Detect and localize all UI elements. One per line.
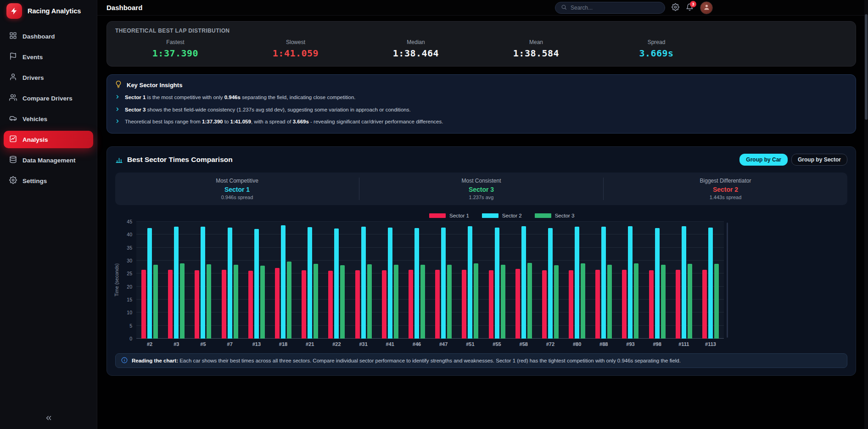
x-tick-label: #5 <box>190 341 216 347</box>
legend-item-sector-2[interactable]: Sector 2 <box>482 213 522 218</box>
x-tick-label: #3 <box>163 341 190 347</box>
highlight-most-consistent: Most ConsistentSector 31.237s avg <box>359 178 604 200</box>
bar-group-3 <box>163 222 190 339</box>
legend-item-sector-1[interactable]: Sector 1 <box>429 213 469 218</box>
x-tick-label: #51 <box>457 341 483 347</box>
sidebar-item-events[interactable]: Events <box>4 48 93 66</box>
insights-title-row: Key Sector Insights <box>115 81 848 89</box>
sidebar-item-compare-drivers[interactable]: Compare Drivers <box>4 89 93 107</box>
sidebar-item-dashboard[interactable]: Dashboard <box>4 28 93 45</box>
bar-sector-1-88 <box>595 270 600 339</box>
bar-sector-2-88 <box>601 227 606 339</box>
settings-button[interactable] <box>672 3 679 12</box>
y-axis-ticks: 051015202530354045 <box>120 222 134 339</box>
bar-sector-1-2 <box>141 270 146 339</box>
sidebar-item-settings[interactable]: Settings <box>4 172 93 189</box>
scrollbar-thumb[interactable] <box>865 14 868 120</box>
bar-group-47 <box>430 222 457 339</box>
bar-sector-3-72 <box>554 265 559 339</box>
bar-sector-1-47 <box>435 270 440 339</box>
stat-label: Median <box>356 39 476 45</box>
bar-sector-3-111 <box>688 264 692 339</box>
brand-name: Racing Analytics <box>28 7 81 15</box>
bar-sector-1-111 <box>676 270 680 339</box>
legend-item-sector-3[interactable]: Sector 3 <box>535 213 575 218</box>
x-tick-label: #21 <box>297 341 323 347</box>
lap-distribution-stats: Fastest1:37.390Slowest1:41.059Median1:38… <box>115 39 717 59</box>
legend-label: Sector 2 <box>502 213 522 218</box>
bar-chart-icon <box>115 156 123 164</box>
search-input[interactable] <box>571 5 659 11</box>
bar-sector-3-46 <box>420 265 425 339</box>
key-sector-insights-card: Key Sector Insights Sector 1 is the most… <box>106 74 856 134</box>
x-tick-label: #98 <box>644 341 671 347</box>
bar-sector-3-22 <box>340 265 345 339</box>
page-scrollbar[interactable] <box>864 0 868 429</box>
bar-sector-1-113 <box>702 270 707 339</box>
highlight-value: Sector 3 <box>359 186 603 193</box>
group-by-car-button[interactable]: Group by Car <box>739 154 788 166</box>
bar-sector-3-80 <box>581 263 585 339</box>
bar-sector-1-41 <box>382 270 386 339</box>
user-avatar[interactable] <box>700 1 713 14</box>
legend-label: Sector 3 <box>555 213 575 218</box>
x-tick-label: #13 <box>243 341 270 347</box>
insight-text: Sector 1 is the most competitive with on… <box>125 94 355 101</box>
bar-sector-3-47 <box>447 265 452 339</box>
insight-item: Sector 1 is the most competitive with on… <box>115 94 848 102</box>
bar-sector-2-93 <box>628 226 633 339</box>
sidebar-item-drivers[interactable]: Drivers <box>4 69 93 86</box>
bar-sector-3-41 <box>394 265 398 339</box>
gear-icon <box>672 3 679 12</box>
sidebar-item-data-management[interactable]: Data Management <box>4 151 93 169</box>
search-box[interactable] <box>555 2 665 14</box>
info-icon <box>121 357 128 364</box>
x-tick-label: #7 <box>217 341 243 347</box>
bar-sector-2-41 <box>388 228 392 339</box>
bar-group-93 <box>617 222 644 339</box>
bar-sector-2-72 <box>548 228 553 339</box>
sidebar-item-label: Vehicles <box>22 116 47 123</box>
bar-group-98 <box>644 222 671 339</box>
bar-sector-3-58 <box>527 263 532 339</box>
insight-item: Theoretical best laps range from 1:37.39… <box>115 118 848 126</box>
lap-stat-slowest: Slowest1:41.059 <box>235 39 356 59</box>
insights-title: Key Sector Insights <box>127 82 182 89</box>
stat-value: 3.669s <box>596 48 717 59</box>
bar-group-2 <box>136 222 163 339</box>
main-area: Dashboard 3 THEORETICAL BEST LAP DISTRIB… <box>97 0 868 429</box>
sidebar-item-label: Data Management <box>22 157 76 164</box>
database-icon <box>9 156 17 165</box>
x-tick-label: #58 <box>510 341 537 347</box>
y-tick-label: 20 <box>127 284 132 290</box>
group-by-sector-button[interactable]: Group by Sector <box>791 154 847 166</box>
x-tick-label: #93 <box>617 341 644 347</box>
grid-icon <box>9 32 17 41</box>
sidebar-nav: DashboardEventsDriversCompare DriversVeh… <box>0 22 97 195</box>
x-tick-label: #113 <box>697 341 724 347</box>
notifications-button[interactable]: 3 <box>686 3 694 12</box>
bar-sector-3-18 <box>287 262 291 339</box>
sidebar-item-vehicles[interactable]: Vehicles <box>4 110 93 128</box>
chart-plot[interactable] <box>136 222 724 339</box>
lightbulb-icon <box>115 81 122 89</box>
sidebar-item-analysis[interactable]: Analysis <box>4 131 93 148</box>
bar-sector-2-111 <box>682 226 686 339</box>
bar-sector-1-46 <box>409 270 413 339</box>
sidebar-collapse-button[interactable] <box>0 414 97 423</box>
x-tick-label: #41 <box>377 341 403 347</box>
bar-group-41 <box>377 222 403 339</box>
insights-list: Sector 1 is the most competitive with on… <box>115 94 848 126</box>
flag-icon <box>9 52 17 61</box>
bar-sector-2-58 <box>521 226 526 339</box>
bar-group-55 <box>483 222 510 339</box>
x-tick-label: #55 <box>483 341 510 347</box>
bar-group-13 <box>243 222 270 339</box>
notification-badge: 3 <box>690 1 696 7</box>
users-icon <box>9 94 17 103</box>
y-tick-label: 45 <box>127 219 132 224</box>
chevron-right-icon <box>115 106 120 114</box>
lap-stat-mean: Mean1:38.584 <box>476 39 596 59</box>
y-tick-label: 30 <box>127 258 132 263</box>
bar-sector-3-7 <box>234 265 238 339</box>
